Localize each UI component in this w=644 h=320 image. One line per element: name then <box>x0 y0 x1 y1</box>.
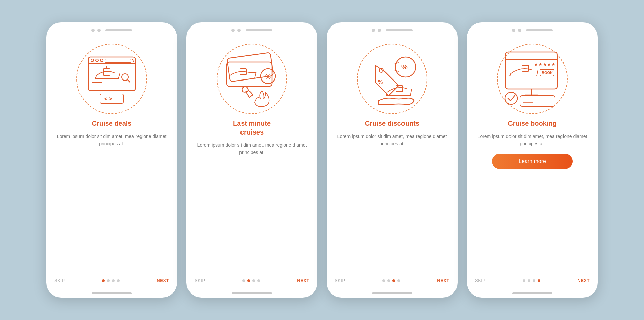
booking-desc: Lorem ipsum dolor sit dim amet, mea regi… <box>476 132 588 148</box>
phone-notch-bar-3 <box>386 29 413 31</box>
dot-3-2 <box>387 279 390 282</box>
illustration-discounts: % % <box>352 39 432 119</box>
phone-notch-bar <box>105 29 132 31</box>
last-minute-desc: Lorem ipsum dolor sit dim amet, mea regi… <box>196 141 308 156</box>
home-bar-2 <box>232 292 272 294</box>
dot-1-4 <box>117 279 120 282</box>
dashed-circle-3 <box>357 44 427 114</box>
dot-4-2 <box>528 279 530 282</box>
phone-cruise-booking: ★★★★★ BOOK Cruise booking Lorem ipsum do… <box>467 22 598 298</box>
dot-3-3 <box>392 279 395 282</box>
discounts-desc: Lorem ipsum dolor sit dim amet, mea regi… <box>336 132 448 148</box>
skip-button-3[interactable]: SKIP <box>335 278 345 283</box>
phone-top-bar-3 <box>327 22 458 35</box>
phone-content-4: Cruise booking Lorem ipsum dolor sit dim… <box>467 119 598 196</box>
phone-cruise-discounts: % % Cruise discounts Lorem ipsum dolor s… <box>327 22 458 298</box>
dots-4 <box>523 279 540 282</box>
phone-notch-bar-4 <box>526 29 553 31</box>
phone-dot-5 <box>372 29 375 32</box>
phone-bottom-3: SKIP NEXT <box>327 273 458 292</box>
dot-4-3 <box>533 279 535 282</box>
illustration-booking: ★★★★★ BOOK <box>492 39 573 119</box>
dot-2-2 <box>247 279 250 282</box>
phone-bottom-2: SKIP NEXT <box>186 273 317 292</box>
booking-title: Cruise booking <box>508 119 557 128</box>
skip-button-1[interactable]: SKIP <box>54 278 65 283</box>
dot-4-1 <box>523 279 525 282</box>
next-button-4[interactable]: NEXT <box>577 278 590 283</box>
phone-top-bar-4 <box>467 22 598 35</box>
dot-2-1 <box>242 279 245 282</box>
dots-2 <box>242 279 260 282</box>
phone-dot-3 <box>231 29 235 32</box>
dot-2-3 <box>252 279 255 282</box>
dots-3 <box>382 279 400 282</box>
phone-dot-2 <box>97 29 101 32</box>
next-button-1[interactable]: NEXT <box>157 278 169 283</box>
dot-3-4 <box>397 279 400 282</box>
skip-button-2[interactable]: SKIP <box>195 278 205 283</box>
learn-more-button[interactable]: Learn more <box>492 154 573 169</box>
phone-bottom-1: SKIP NEXT <box>46 273 177 292</box>
phone-top-bar-2 <box>186 22 317 35</box>
phone-bottom-4: SKIP NEXT <box>467 273 598 292</box>
dot-1-1 <box>102 279 105 282</box>
cruise-deals-desc: Lorem ipsum dolor sit dim amet, mea regi… <box>56 132 168 148</box>
home-bar-3 <box>372 292 412 294</box>
last-minute-title: Last minute cruises <box>233 119 271 137</box>
phone-dot-4 <box>237 29 241 32</box>
phone-notch-bar-2 <box>246 29 272 31</box>
phone-content-2: Last minute cruises Lorem ipsum dolor si… <box>186 119 317 196</box>
illustration-last-minute: % <box>212 39 292 119</box>
dot-3-1 <box>382 279 385 282</box>
phone-top-bar <box>46 22 177 35</box>
home-bar-4 <box>512 292 552 294</box>
dot-1-2 <box>107 279 110 282</box>
phone-content-1: Cruise deals Lorem ipsum dolor sit dim a… <box>46 119 177 196</box>
discounts-title: Cruise discounts <box>365 119 419 128</box>
dot-1-3 <box>112 279 115 282</box>
phone-dot-6 <box>378 29 381 32</box>
next-button-3[interactable]: NEXT <box>437 278 449 283</box>
dots-1 <box>102 279 120 282</box>
phone-dot-1 <box>91 29 95 32</box>
phone-dot-8 <box>518 29 521 32</box>
dashed-circle-1 <box>76 44 147 114</box>
phone-cruise-deals: < > Cruise deals Lorem ipsum dolor sit d… <box>46 22 177 298</box>
skip-button-4[interactable]: SKIP <box>475 278 486 283</box>
home-bar-1 <box>92 292 132 294</box>
phones-container: < > Cruise deals Lorem ipsum dolor sit d… <box>46 22 598 298</box>
dot-4-4 <box>538 279 540 282</box>
illustration-cruise-deals: < > <box>71 39 152 119</box>
dot-2-4 <box>257 279 260 282</box>
cruise-deals-title: Cruise deals <box>92 119 132 128</box>
phone-content-3: Cruise discounts Lorem ipsum dolor sit d… <box>327 119 458 196</box>
dashed-circle-4 <box>497 44 568 114</box>
dashed-circle-2 <box>217 44 287 114</box>
phone-last-minute: % Last minute cruises Lorem ipsum dolor … <box>186 22 317 298</box>
phone-dot-7 <box>512 29 515 32</box>
next-button-2[interactable]: NEXT <box>297 278 309 283</box>
